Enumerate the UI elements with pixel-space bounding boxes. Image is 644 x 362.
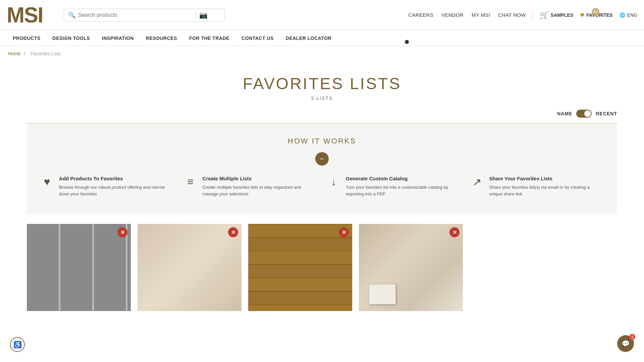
chat-badge: 1 (629, 334, 635, 340)
breadcrumb: Home / Favorites Lists (0, 46, 644, 61)
lists-count: 5 LISTS (0, 96, 644, 101)
nav-vendor[interactable]: VENDOR (441, 12, 464, 18)
chat-widget-button[interactable]: 💬 1 (617, 335, 634, 352)
header-actions: 🛒 SAMPLES 57 ♥ FAVORITES 🌐 ENG (533, 11, 637, 19)
toggle-knob (584, 110, 591, 117)
sort-toggle[interactable] (576, 110, 592, 118)
sort-bar: NAME RECENT (0, 104, 644, 123)
page-title: FAVORITES LISTS (0, 74, 644, 93)
nav-chat-now[interactable]: CHAT NOW (498, 12, 526, 18)
remove-card-4-button[interactable]: ✕ (449, 227, 460, 237)
download-feature-icon: ↓ (327, 176, 340, 188)
product-card-3[interactable]: ✕ (248, 224, 352, 311)
breadcrumb-current: Favorites Lists (31, 51, 61, 56)
feature-create-lists: ≡ Create Multiple Lists Create multiple … (184, 176, 317, 197)
nav-contact-us[interactable]: CONTACT US (235, 30, 280, 46)
how-it-works-section: HOW IT WORKS − ♥ Add Products To Favorit… (27, 123, 617, 214)
site-logo[interactable]: MSI (7, 4, 50, 26)
page-title-section: FAVORITES LISTS 5 LISTS (0, 61, 644, 104)
feature-add-text: Add Products To Favorites Browse through… (59, 176, 174, 197)
accessibility-icon: ♿ (13, 341, 22, 349)
feature-share-lists: ↗ Share Your Favorites Lists Share your … (471, 176, 604, 197)
nav-resources[interactable]: RESOURCES (140, 30, 183, 46)
search-icon[interactable]: 🔍 (68, 11, 75, 19)
cart-icon: 🛒 (540, 11, 549, 19)
how-it-works-title: HOW IT WORKS (40, 137, 604, 145)
nav-dealer-locator[interactable]: DEALER LOCATOR (280, 30, 337, 46)
camera-icon[interactable]: 📷 (199, 11, 208, 19)
site-header: MSI 🔍 📷 CAREERS VENDOR MY MSI CHAT NOW 🛒… (0, 0, 644, 30)
search-bar[interactable]: 🔍 📷 (64, 9, 225, 21)
heart-icon: ♥ (580, 11, 584, 19)
feature-generate-catalog: ↓ Generate Custom Catalog Turn your favo… (327, 176, 461, 197)
breadcrumb-home[interactable]: Home (8, 51, 20, 56)
remove-card-2-button[interactable]: ✕ (228, 227, 238, 237)
heart-feature-icon: ♥ (40, 176, 54, 188)
breadcrumb-separator: / (24, 51, 26, 56)
globe-icon: 🌐 (620, 12, 625, 18)
nav-design-tools[interactable]: DESIGN TOOLS (47, 30, 96, 46)
product-cards-row: ✕ ✕ ✕ ✕ (27, 224, 617, 311)
sort-recent-label: RECENT (596, 111, 617, 116)
product-card-2[interactable]: ✕ (138, 224, 241, 311)
feature-share-text: Share Your Favorites Lists Share your fa… (489, 176, 604, 197)
features-grid: ♥ Add Products To Favorites Browse throu… (40, 176, 604, 197)
list-feature-icon: ≡ (184, 176, 197, 188)
nav-for-the-trade[interactable]: FOR THE TRADE (183, 30, 235, 46)
header-nav: CAREERS VENDOR MY MSI CHAT NOW (408, 12, 526, 18)
nav-careers[interactable]: CAREERS (408, 12, 433, 18)
language-selector[interactable]: 🌐 ENG (620, 12, 637, 18)
search-divider (196, 11, 196, 19)
product-card-1[interactable]: ✕ (27, 224, 131, 311)
main-nav: PRODUCTS DESIGN TOOLS INSPIRATION RESOUR… (0, 30, 644, 46)
nav-my-msi[interactable]: MY MSI (472, 12, 490, 18)
share-feature-icon: ↗ (471, 176, 484, 188)
collapse-button[interactable]: − (315, 152, 329, 166)
remove-card-1-button[interactable]: ✕ (117, 227, 127, 237)
favorites-badge: 57 (592, 8, 599, 15)
favorites-button[interactable]: 57 ♥ FAVORITES (580, 11, 612, 19)
nav-products[interactable]: PRODUCTS (7, 30, 47, 46)
remove-card-3-button[interactable]: ✕ (339, 227, 349, 237)
nav-inspiration[interactable]: INSPIRATION (96, 30, 140, 46)
product-card-4[interactable]: ✕ (359, 224, 463, 311)
samples-button[interactable]: 🛒 SAMPLES (540, 11, 574, 19)
feature-create-text: Create Multiple Lists Create multiple fa… (203, 176, 317, 197)
feature-catalog-text: Generate Custom Catalog Turn your favori… (346, 176, 461, 197)
search-input[interactable] (78, 12, 192, 18)
feature-add-favorites: ♥ Add Products To Favorites Browse throu… (40, 176, 174, 197)
sort-name-label: NAME (557, 111, 572, 116)
accessibility-button[interactable]: ♿ (10, 337, 25, 352)
